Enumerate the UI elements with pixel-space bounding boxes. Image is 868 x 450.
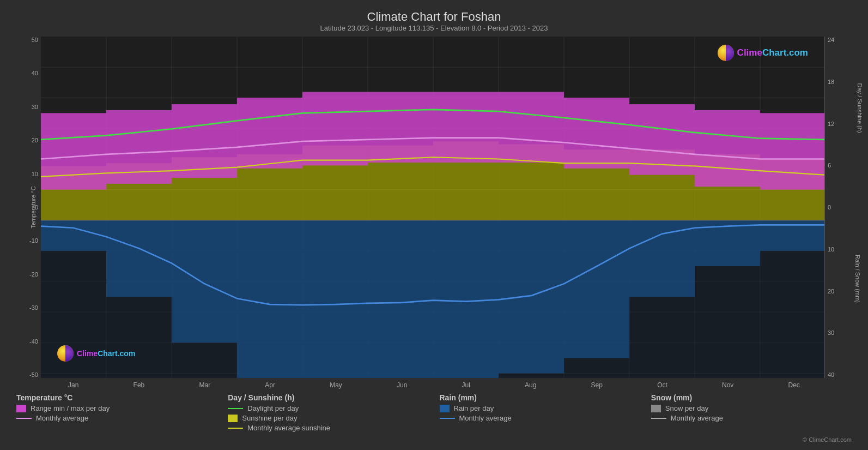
svg-rect-41 — [499, 92, 564, 163]
svg-rect-36 — [172, 104, 237, 178]
logo-top: ClimeChart.com — [718, 45, 808, 61]
month-jun: Jun — [397, 381, 407, 389]
page-wrapper: Climate Chart for Foshan Latitude 23.023… — [0, 0, 868, 450]
y-right-rain-label: Rain / Snow (mm) — [854, 255, 861, 303]
month-sep: Sep — [591, 381, 603, 389]
legend-snow-avg: Monthly average — [651, 414, 852, 422]
svg-rect-38 — [302, 92, 368, 165]
month-jan: Jan — [68, 381, 78, 389]
legend-sunshine-swatch: Sunshine per day — [228, 414, 428, 422]
legend-area: Temperature °C Range min / max per day M… — [11, 389, 857, 436]
svg-rect-45 — [760, 113, 824, 189]
svg-rect-40 — [433, 92, 499, 163]
svg-rect-37 — [237, 98, 302, 169]
chart-area: Temperature °C 50 40 30 20 10 0 -10 -20 … — [11, 37, 857, 378]
svg-rect-58 — [41, 220, 824, 378]
svg-rect-34 — [41, 113, 106, 189]
legend-sun-title: Day / Sunshine (h) — [228, 393, 428, 402]
svg-rect-42 — [564, 98, 629, 169]
month-may: May — [330, 381, 342, 389]
rain-avg-line — [440, 418, 455, 419]
copyright: © ClimeChart.com — [11, 436, 857, 445]
legend-rain-swatch: Rain per day — [440, 404, 640, 412]
sun-swatch — [228, 415, 238, 422]
chart-header: Climate Chart for Foshan Latitude 23.023… — [11, 5, 857, 34]
legend-rain-avg: Monthly average — [440, 414, 640, 422]
x-axis: Jan Feb Mar Apr May Jun Jul Aug Sep Oct … — [11, 379, 857, 389]
logo-text-bottom: ClimeChart.com — [77, 349, 135, 358]
y-left-label: Temperature °C — [30, 186, 37, 228]
chart-title: Climate Chart for Foshan — [11, 10, 857, 24]
legend-sunshine-avg: Monthly average sunshine — [228, 424, 428, 432]
svg-rect-39 — [368, 92, 433, 163]
month-aug: Aug — [525, 381, 536, 389]
legend-rain-title: Rain (mm) — [440, 393, 640, 402]
temp-avg-line — [16, 418, 32, 419]
month-oct: Oct — [657, 381, 667, 389]
y-right-sunshine-label: Day / Sunshine (h) — [856, 83, 863, 133]
legend-temperature: Temperature °C Range min / max per day M… — [16, 393, 217, 434]
daylight-line — [228, 408, 243, 409]
rain-swatch — [440, 405, 450, 412]
snow-swatch — [651, 405, 661, 412]
chart-svg — [41, 37, 824, 378]
legend-snow: Snow (mm) Snow per day Monthly average — [651, 393, 852, 434]
month-mar: Mar — [199, 381, 210, 389]
chart-plot: ClimeChart.com ClimeChart.com — [41, 37, 824, 378]
y-axis-left: Temperature °C 50 40 30 20 10 0 -10 -20 … — [11, 37, 41, 378]
month-nov: Nov — [722, 381, 733, 389]
logo-icon-top — [718, 45, 734, 61]
svg-rect-44 — [695, 110, 760, 187]
month-jul: Jul — [462, 381, 470, 389]
legend-snow-title: Snow (mm) — [651, 393, 852, 402]
legend-sunshine: Day / Sunshine (h) Daylight per day Suns… — [228, 393, 428, 434]
legend-temp-range: Range min / max per day — [16, 404, 217, 412]
logo-icon-bottom — [57, 345, 74, 362]
y-axis-right: 24 18 12 6 0 10 20 30 40 Day / Sunshine … — [824, 37, 857, 378]
sun-avg-line — [228, 428, 243, 429]
month-apr: Apr — [265, 381, 275, 389]
legend-rain: Rain (mm) Rain per day Monthly average — [440, 393, 640, 434]
month-dec: Dec — [788, 381, 799, 389]
legend-temp-avg: Monthly average — [16, 414, 217, 422]
chart-subtitle: Latitude 23.023 - Longitude 113.135 - El… — [11, 24, 857, 32]
legend-temp-title: Temperature °C — [16, 393, 217, 402]
legend-daylight: Daylight per day — [228, 404, 428, 412]
snow-avg-line — [651, 418, 666, 419]
logo-text-top: ClimeChart.com — [737, 47, 808, 58]
month-feb: Feb — [133, 381, 145, 389]
logo-bottom: ClimeChart.com — [57, 345, 135, 362]
temp-range-swatch — [16, 405, 26, 412]
legend-snow-swatch: Snow per day — [651, 404, 852, 412]
